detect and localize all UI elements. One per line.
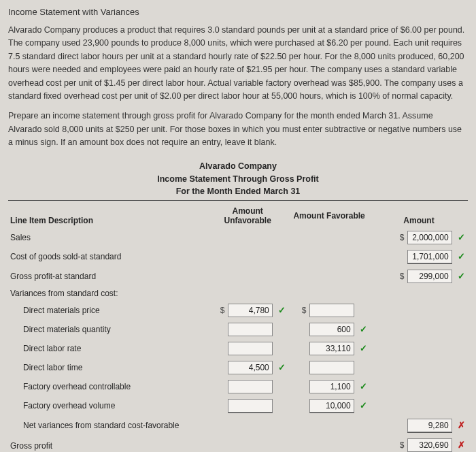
label-dm-price: Direct materials price: [8, 301, 207, 320]
input-sales-amount[interactable]: [407, 231, 452, 244]
row-foh-vol: Factory overhead volume ✓: [8, 396, 468, 416]
check-icon: ✓: [358, 400, 368, 410]
label-gp: Gross profit: [8, 436, 207, 452]
input-dm-qty-unfav[interactable]: [228, 323, 273, 336]
input-cogs-std-amount[interactable]: [407, 250, 452, 263]
col-desc: Line Item Description: [8, 204, 207, 228]
row-dl-time: Direct labor time ✓: [8, 358, 468, 377]
label-net-var: Net variances from standard cost-favorab…: [8, 416, 207, 436]
check-icon: ✓: [358, 343, 368, 353]
row-dm-price: Direct materials price $ ✓ $: [8, 301, 468, 320]
header-statement: Income Statement Through Gross Profit: [8, 173, 468, 185]
x-icon: ✗: [456, 420, 466, 430]
input-net-var-amount[interactable]: [407, 419, 452, 432]
label-foh-ctrl: Factory overhead controllable: [8, 377, 207, 396]
input-gp-amount[interactable]: [407, 438, 452, 452]
problem-paragraph-2: Prepare an income statement through gros…: [8, 110, 468, 149]
check-icon: ✓: [456, 232, 466, 242]
dollar-sign: $: [299, 306, 306, 315]
input-gp-std-amount[interactable]: [407, 270, 452, 283]
col-fav: Amount Favorable: [288, 204, 370, 228]
label-gp-std: Gross profit-at standard: [8, 267, 207, 286]
check-icon: ✓: [277, 362, 286, 372]
row-cogs-std: Cost of goods sold-at standard ✓: [8, 247, 468, 267]
input-foh-ctrl-fav[interactable]: [309, 380, 354, 393]
worksheet-table: Line Item Description Amount Unfavorable…: [8, 204, 468, 452]
label-cogs-std: Cost of goods sold-at standard: [8, 247, 207, 267]
row-var-head: Variances from standard cost:: [8, 286, 468, 301]
check-icon: ✓: [358, 324, 368, 334]
row-gp: Gross profit $ ✗: [8, 436, 468, 452]
row-gp-std: Gross profit-at standard $ ✓: [8, 267, 468, 286]
input-dm-price-fav[interactable]: [309, 304, 354, 317]
row-dl-rate: Direct labor rate ✓: [8, 339, 468, 358]
label-sales: Sales: [8, 228, 207, 247]
header-rule: [8, 200, 468, 201]
check-icon: ✓: [456, 271, 466, 281]
label-var-head: Variances from standard cost:: [8, 286, 207, 301]
header-period: For the Month Ended March 31: [8, 185, 468, 197]
dollar-sign: $: [397, 440, 404, 450]
x-icon: ✗: [456, 440, 466, 450]
check-icon: ✓: [456, 251, 466, 261]
row-dm-qty: Direct materials quantity ✓: [8, 320, 468, 339]
statement-header: Alvarado Company Income Statement Throug…: [8, 156, 468, 198]
col-unfav: Amount Unfavorable: [207, 204, 288, 228]
dollar-sign: $: [397, 233, 404, 242]
check-icon: ✓: [358, 381, 368, 391]
row-sales: Sales $ ✓: [8, 228, 468, 247]
input-dm-qty-fav[interactable]: [309, 323, 354, 336]
check-icon: ✓: [277, 305, 286, 315]
column-header-row: Line Item Description Amount Unfavorable…: [8, 204, 468, 228]
input-dl-rate-unfav[interactable]: [228, 342, 273, 355]
page-title: Income Statement with Variances: [8, 7, 468, 17]
header-company: Alvarado Company: [8, 160, 468, 172]
input-dl-time-fav[interactable]: [309, 361, 354, 374]
input-dl-rate-fav[interactable]: [309, 342, 354, 355]
row-foh-ctrl: Factory overhead controllable ✓: [8, 377, 468, 396]
input-foh-ctrl-unfav[interactable]: [228, 380, 273, 393]
label-dm-qty: Direct materials quantity: [8, 320, 207, 339]
input-foh-vol-fav[interactable]: [309, 399, 354, 413]
row-net-var: Net variances from standard cost-favorab…: [8, 416, 468, 436]
input-foh-vol-unfav[interactable]: [228, 399, 273, 413]
label-dl-time: Direct labor time: [8, 358, 207, 377]
dollar-sign: $: [218, 306, 224, 315]
dollar-sign: $: [397, 272, 404, 281]
label-dl-rate: Direct labor rate: [8, 339, 207, 358]
problem-paragraph-1: Alvarado Company produces a product that…: [8, 24, 468, 103]
label-foh-vol: Factory overhead volume: [8, 396, 207, 416]
input-dm-price-unfav[interactable]: [228, 304, 273, 317]
col-amount: Amount: [370, 204, 468, 228]
input-dl-time-unfav[interactable]: [228, 361, 273, 374]
